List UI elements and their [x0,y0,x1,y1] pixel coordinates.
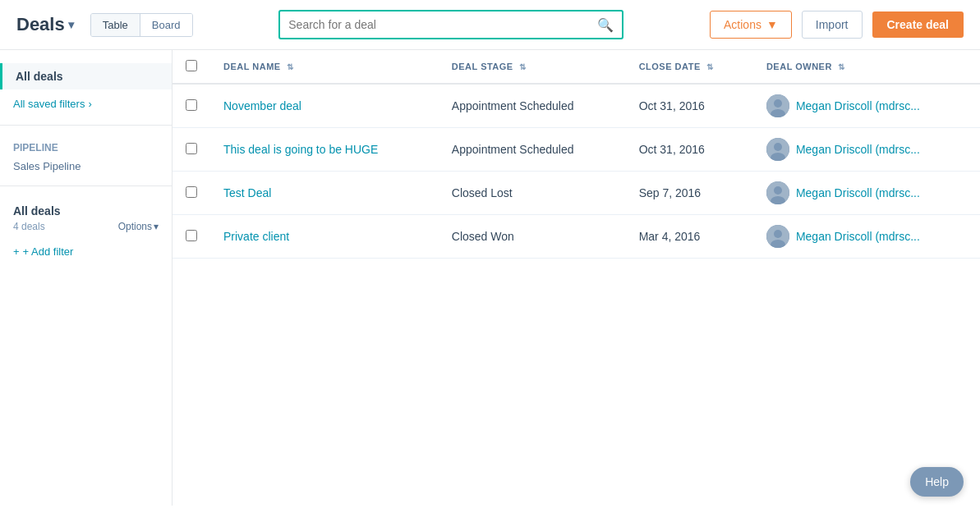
search-icon: 🔍 [597,17,614,33]
col-deal-stage-label: DEAL STAGE [452,62,513,71]
all-deals-section-header: All deals [0,196,172,219]
search-input[interactable] [288,11,597,38]
deal-owner-sort-icon: ⇅ [838,62,845,71]
saved-filters-chevron-icon: › [88,98,91,110]
search-box: 🔍 [278,10,623,39]
options-button[interactable]: Options ▾ [118,221,159,232]
owner-name: Megan Driscoll (mdrsc... [796,186,920,199]
deal-name-link[interactable]: This deal is going to be HUGE [223,143,378,156]
actions-label: Actions [724,18,761,31]
deal-name-cell: Private client [210,215,439,259]
options-label: Options [118,221,152,232]
create-deal-button[interactable]: Create deal [872,11,964,38]
deals-table: DEAL NAME ⇅ DEAL STAGE ⇅ CLOSE DATE ⇅ DE… [173,50,980,259]
deal-owner-wrapper[interactable]: Megan Driscoll (mdrsc... [766,94,967,117]
deal-name-link[interactable]: Private client [223,230,289,243]
table-header-row: DEAL NAME ⇅ DEAL STAGE ⇅ CLOSE DATE ⇅ DE… [173,50,980,84]
deals-title-text: Deals [16,14,65,35]
table-row: November deal Appointment Scheduled Oct … [173,84,980,128]
deal-owner-cell: Megan Driscoll (mdrsc... [753,128,980,172]
avatar [766,181,789,204]
close-date-cell: Oct 31, 2016 [626,84,753,128]
table-row: This deal is going to be HUGE Appointmen… [173,128,980,172]
deal-name-cell: Test Deal [210,172,439,215]
deal-name-cell: This deal is going to be HUGE [210,128,439,172]
deals-meta: 4 deals Options ▾ [0,219,172,239]
saved-filters-text: All saved filters [13,98,85,110]
pipeline-section-label: Pipeline [0,135,172,157]
deal-owner-cell: Megan Driscoll (mdrsc... [753,215,980,259]
deal-stage-cell: Appointment Scheduled [439,128,626,172]
deal-owner-cell: Megan Driscoll (mdrsc... [753,84,980,128]
select-all-checkbox[interactable] [186,60,197,71]
col-deal-name[interactable]: DEAL NAME ⇅ [210,50,439,84]
table-view-button[interactable]: Table [91,14,140,36]
deal-stage-cell: Closed Lost [439,172,626,215]
col-deal-name-label: DEAL NAME [223,62,281,71]
sidebar: All deals All saved filters › Pipeline S… [0,50,173,506]
col-deal-owner-label: DEAL OWNER [766,62,832,71]
deal-stage-cell: Closed Won [439,215,626,259]
avatar [766,138,789,161]
deal-stage-sort-icon: ⇅ [519,62,527,71]
col-deal-owner[interactable]: DEAL OWNER ⇅ [753,50,980,84]
col-close-date-label: CLOSE DATE [639,62,701,71]
deal-name-link[interactable]: November deal [223,99,301,112]
close-date-cell: Sep 7, 2016 [626,172,753,215]
deal-owner-cell: Megan Driscoll (mdrsc... [753,172,980,215]
actions-button[interactable]: Actions ▼ [710,11,792,39]
row-checkbox-2[interactable] [186,186,197,198]
row-checkbox-cell [173,172,210,215]
table-row: Test Deal Closed Lost Sep 7, 2016 Megan … [173,172,980,215]
deal-stage-cell: Appointment Scheduled [439,84,626,128]
svg-point-1 [774,99,782,108]
options-chevron-icon: ▾ [154,221,159,232]
deal-owner-wrapper[interactable]: Megan Driscoll (mdrsc... [766,225,967,248]
owner-name: Megan Driscoll (mdrsc... [796,143,920,156]
avatar [766,225,789,248]
view-toggle: Table Board [90,13,193,37]
table-area: DEAL NAME ⇅ DEAL STAGE ⇅ CLOSE DATE ⇅ DE… [173,50,980,506]
avatar [766,94,789,117]
close-date-sort-icon: ⇅ [706,62,714,71]
row-checkbox-cell [173,84,210,128]
sidebar-divider-1 [0,125,172,126]
owner-name: Megan Driscoll (mdrsc... [796,99,920,112]
sidebar-divider-2 [0,186,172,186]
col-close-date[interactable]: CLOSE DATE ⇅ [626,50,753,84]
saved-filters-link[interactable]: All saved filters › [0,93,172,115]
svg-point-10 [774,230,782,238]
add-filter-icon: + [13,245,20,258]
deals-count: 4 deals [13,221,45,232]
row-checkbox-1[interactable] [186,143,197,154]
add-filter-button[interactable]: + + Add filter [0,239,172,264]
table-row: Private client Closed Won Mar 4, 2016 Me… [173,215,980,259]
help-button[interactable]: Help [910,467,964,497]
owner-name: Megan Driscoll (mdrsc... [796,230,920,243]
close-date-cell: Mar 4, 2016 [626,215,753,259]
row-checkbox-0[interactable] [186,99,197,111]
import-button[interactable]: Import [802,11,863,39]
deal-owner-wrapper[interactable]: Megan Driscoll (mdrsc... [766,138,967,161]
row-checkbox-cell [173,128,210,172]
deal-name-sort-icon: ⇅ [287,62,294,71]
deal-owner-wrapper[interactable]: Megan Driscoll (mdrsc... [766,181,967,204]
top-bar: Deals ▾ Table Board 🔍 Actions ▼ Import C… [0,0,980,50]
deal-name-cell: November deal [210,84,439,128]
row-checkbox-cell [173,215,210,259]
main-layout: All deals All saved filters › Pipeline S… [0,50,980,506]
svg-point-7 [774,186,782,195]
close-date-cell: Oct 31, 2016 [626,128,753,172]
select-all-checkbox-cell [173,50,210,84]
col-deal-stage[interactable]: DEAL STAGE ⇅ [439,50,626,84]
sidebar-all-deals[interactable]: All deals [0,63,172,89]
deals-chevron-icon[interactable]: ▾ [68,18,74,31]
page-title: Deals ▾ [16,14,74,35]
row-checkbox-3[interactable] [186,230,197,241]
add-filter-text: + Add filter [23,245,74,258]
board-view-button[interactable]: Board [140,14,192,36]
sales-pipeline-item[interactable]: Sales Pipeline [0,157,172,176]
svg-point-4 [774,143,782,151]
deal-name-link[interactable]: Test Deal [223,186,271,199]
actions-chevron-icon: ▼ [766,18,778,31]
